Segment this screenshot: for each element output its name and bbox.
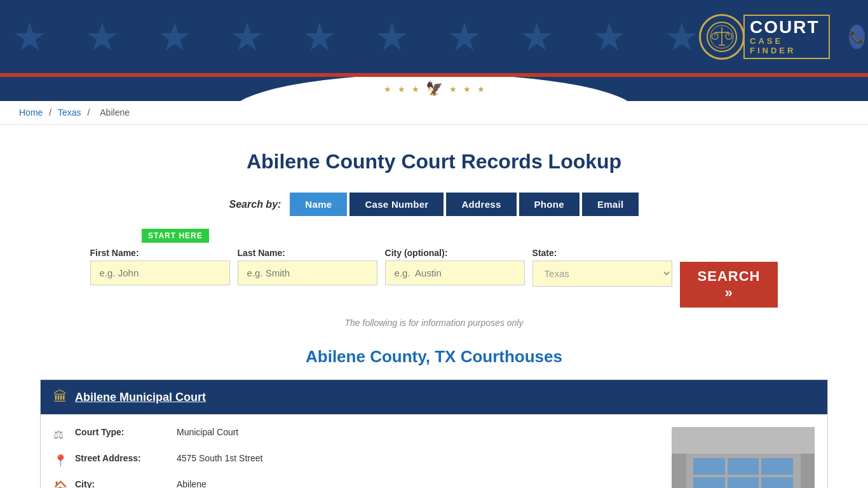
building-top — [672, 427, 815, 454]
logo-text-box: COURT CASE FINDER — [743, 15, 830, 59]
breadcrumb-sep-2: / — [88, 107, 93, 118]
courthouse-name[interactable]: Abilene Municipal Court — [75, 391, 206, 404]
court-type-value: Municipal Court — [177, 427, 238, 437]
logo-case-finder-text: CASE FINDER — [750, 36, 820, 55]
last-name-group: Last Name: — [238, 248, 377, 285]
logo-court-text: COURT — [750, 18, 820, 36]
street-address-label: Street Address: — [75, 453, 170, 463]
state-group: State: Texas Alabama Alaska Arizona Cali… — [532, 248, 672, 287]
start-here-badge: START HERE — [142, 229, 209, 243]
logo-area[interactable]: COURT CASE FINDER — [699, 14, 830, 60]
breadcrumb-sep-1: / — [49, 107, 54, 118]
star-left-2: ★ — [398, 85, 405, 94]
courthouse-details: ⚖ Court Type: Municipal Court 📍 Street A… — [53, 427, 659, 488]
city-label: City (optional): — [385, 248, 525, 258]
breadcrumb-city: Abilene — [100, 107, 130, 118]
building-graphic: MUNICIPAL COURT — [672, 427, 815, 488]
state-label: State: — [532, 248, 672, 258]
court-type-icon: ⚖ — [53, 428, 69, 442]
star-right-3: ★ — [477, 85, 485, 94]
breadcrumb-state[interactable]: Texas — [58, 107, 81, 118]
window-5 — [728, 477, 759, 488]
header-stars-decoration: ★★★★★★★★★★ — [13, 15, 699, 59]
customer-service: 📞 Customer Service 1-800-309-9351 — [849, 5, 868, 68]
courthouses-title: Abilene County, TX Courthouses — [40, 347, 828, 367]
last-name-label: Last Name: — [238, 248, 377, 258]
court-type-row: ⚖ Court Type: Municipal Court — [53, 427, 659, 442]
street-address-row: 📍 Street Address: 4575 South 1st Street — [53, 453, 659, 468]
city-input[interactable] — [385, 261, 525, 285]
city-icon: 🏠 — [53, 480, 69, 488]
street-address-value: 4575 South 1st Street — [177, 453, 262, 463]
courthouse-image: MUNICIPAL COURT — [672, 427, 815, 488]
first-name-input[interactable] — [90, 261, 230, 285]
form-row: First Name: Last Name: City (optional): … — [142, 248, 726, 308]
window-6 — [761, 477, 793, 488]
first-name-label: First Name: — [90, 248, 230, 258]
courthouse-card: 🏛 Abilene Municipal Court ⚖ Court Type: … — [40, 379, 828, 488]
logo-emblem — [699, 14, 745, 60]
tab-phone[interactable]: Phone — [519, 193, 580, 216]
tab-name[interactable]: Name — [290, 193, 347, 216]
star-right-1: ★ — [449, 85, 457, 94]
tab-email[interactable]: Email — [582, 193, 639, 216]
courthouse-body: ⚖ Court Type: Municipal Court 📍 Street A… — [41, 414, 827, 488]
phone-icon: 📞 — [849, 25, 865, 49]
star-right-2: ★ — [463, 85, 471, 94]
courthouse-icon: 🏛 — [53, 389, 67, 405]
search-button[interactable]: SEARCH » — [680, 262, 778, 308]
window-3 — [761, 458, 793, 475]
arch-banner: ★ ★ ★ 🦅 ★ ★ ★ — [0, 77, 868, 101]
location-icon: 📍 — [53, 454, 69, 468]
star-left-1: ★ — [384, 85, 391, 94]
first-name-group: First Name: — [90, 248, 230, 285]
star-left-3: ★ — [412, 85, 419, 94]
city-detail-label: City: — [75, 479, 170, 488]
search-section: Search by: Name Case Number Address Phon… — [40, 193, 828, 328]
city-detail-value: Abilene — [177, 479, 207, 488]
window-4 — [693, 477, 725, 488]
last-name-input[interactable] — [238, 261, 377, 285]
breadcrumb: Home / Texas / Abilene — [0, 101, 868, 125]
window-2 — [728, 458, 759, 475]
window-1 — [693, 458, 725, 475]
search-by-row: Search by: Name Case Number Address Phon… — [40, 193, 828, 216]
form-area: START HERE First Name: Last Name: City (… — [142, 229, 726, 308]
breadcrumb-home[interactable]: Home — [19, 107, 43, 118]
court-type-label: Court Type: — [75, 427, 170, 437]
tab-case-number[interactable]: Case Number — [349, 193, 444, 216]
info-text: The following is for information purpose… — [40, 318, 828, 328]
search-by-label: Search by: — [229, 199, 281, 210]
building-windows — [693, 458, 794, 488]
eagle-symbol: 🦅 — [426, 81, 443, 97]
city-row: 🏠 City: Abilene — [53, 479, 659, 488]
courthouse-header: 🏛 Abilene Municipal Court — [41, 380, 827, 414]
city-group: City (optional): — [385, 248, 525, 285]
page-title: Abilene County Court Records Lookup — [40, 150, 828, 173]
tab-address[interactable]: Address — [446, 193, 516, 216]
state-select[interactable]: Texas Alabama Alaska Arizona California … — [532, 261, 672, 287]
